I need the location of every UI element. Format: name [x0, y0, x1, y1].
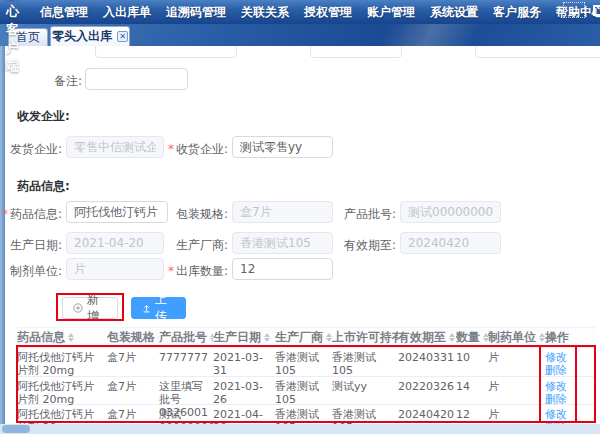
dose-unit-input — [66, 258, 164, 280]
app-window: 码上放心客户端 信息管理 入出库单 追溯码管理 关联关系 授权管理 账户管理 系… — [0, 0, 600, 434]
titlebar: 码上放心客户端 信息管理 入出库单 追溯码管理 关联关系 授权管理 账户管理 系… — [0, 0, 600, 24]
drug-table: 药品信息 包装规格 产品批号 生产日期 生产厂商 上市许可持有人 有效期至 数量… — [17, 327, 595, 434]
drug-info-label: *药品信息: — [0, 206, 62, 223]
cell-expiry: 20240331 — [398, 348, 456, 364]
sort-icon[interactable] — [68, 333, 74, 342]
menu-item-trace-code[interactable]: 追溯码管理 — [166, 4, 226, 21]
col-header-expiry[interactable]: 有效期至 — [398, 329, 456, 346]
delete-link[interactable]: 删除 — [545, 364, 567, 377]
cell-unit: 片 — [488, 348, 545, 364]
required-asterisk: * — [2, 207, 8, 221]
cell-unit: 片 — [488, 405, 545, 421]
enterprise-section-title: 收发企业: — [17, 108, 70, 125]
sort-icon[interactable] — [264, 333, 270, 342]
drug-info-input[interactable] — [66, 201, 168, 223]
horizontal-scrollbar[interactable] — [0, 424, 600, 434]
cell-qty: 14 — [456, 377, 488, 393]
horizontal-scrollbar-thumb[interactable] — [2, 425, 30, 433]
upload-button[interactable]: 上传 — [131, 297, 186, 319]
tab-bar: 首页 零头入出库 ✕ — [0, 24, 600, 46]
col-header-label: 药品信息 — [17, 329, 65, 346]
cell-spec: 盒7片 — [107, 348, 159, 364]
maximize-button[interactable] — [593, 5, 600, 16]
edit-link[interactable]: 修改 — [545, 351, 567, 364]
edit-link[interactable]: 修改 — [545, 408, 567, 421]
col-header-label: 生产日期 — [213, 329, 261, 346]
cell-drug: 阿托伐他汀钙片 片剂 20mg — [17, 377, 107, 406]
main-content: 备注: 收发企业: 发货企业: *收货企业: 药品信息: *药品信息: 包装规格… — [0, 46, 600, 434]
minimize-button[interactable] — [563, 2, 585, 18]
package-spec-label: 包装规格: — [166, 206, 228, 223]
col-header-label: 数量 — [456, 329, 480, 346]
col-header-date[interactable]: 生产日期 — [213, 329, 275, 346]
edit-link[interactable]: 修改 — [545, 380, 567, 393]
table-row: 阿托伐他汀钙片 片剂 20mg 盒7片 这里填写批号0326001 2021-0… — [17, 377, 595, 405]
manufacturer-input — [232, 232, 333, 254]
table-header-row: 药品信息 包装规格 产品批号 生产日期 生产厂商 上市许可持有人 有效期至 数量… — [17, 327, 595, 348]
main-menu: 信息管理 入出库单 追溯码管理 关联关系 授权管理 账户管理 系统设置 客户服务… — [40, 4, 600, 21]
cell-date: 2021-03-26 — [213, 377, 275, 406]
add-button[interactable]: 新增 — [62, 297, 118, 319]
receiver-label: *收货企业: — [162, 141, 228, 158]
cell-expiry: 20240420 — [398, 405, 456, 421]
drug-section-title: 药品信息: — [17, 178, 70, 195]
menu-item-inout-orders[interactable]: 入出库单 — [103, 4, 151, 21]
col-header-spec[interactable]: 包装规格 — [107, 329, 159, 346]
sort-icon[interactable] — [449, 333, 455, 342]
menu-item-customer-service[interactable]: 客户服务 — [493, 4, 541, 21]
production-date-label: 生产日期: — [0, 237, 62, 254]
col-header-unit[interactable]: 制药单位 — [488, 329, 545, 346]
cell-holder: 香港测试105 — [332, 348, 398, 377]
upload-button-label: 上传 — [155, 291, 175, 325]
cell-qty: 12 — [456, 405, 488, 421]
cell-expiry: 20220326 — [398, 377, 456, 393]
cell-spec: 盒7片 — [107, 405, 159, 421]
tab-close-icon[interactable]: ✕ — [117, 31, 128, 42]
cell-drug: 阿托伐他汀钙片 片剂 20mg — [17, 348, 107, 377]
add-button-label: 新增 — [87, 291, 107, 325]
outbound-qty-label: *出库数量: — [162, 263, 228, 280]
col-header-label: 包装规格 — [107, 329, 155, 346]
drug-info-label-text: 药品信息: — [10, 207, 62, 221]
menu-item-relations[interactable]: 关联关系 — [241, 4, 289, 21]
cell-spec: 盒7片 — [107, 377, 159, 393]
cell-unit: 片 — [488, 377, 545, 393]
menu-item-account[interactable]: 账户管理 — [367, 4, 415, 21]
outbound-qty-input[interactable] — [232, 258, 333, 280]
dose-unit-label: 制剂单位: — [0, 263, 62, 280]
cell-date: 2021-03-31 — [213, 348, 275, 377]
col-header-label: 制药单位 — [488, 329, 536, 346]
cell-maker: 香港测试105 — [275, 348, 332, 377]
cell-qty: 10 — [456, 348, 488, 364]
cell-holder: 测试yy — [332, 377, 398, 393]
menu-item-authorization[interactable]: 授权管理 — [304, 4, 352, 21]
col-header-operation: 操作 — [545, 329, 595, 346]
menu-item-info[interactable]: 信息管理 — [40, 4, 88, 21]
package-spec-input — [232, 201, 333, 223]
upload-icon — [142, 303, 151, 314]
col-header-maker[interactable]: 生产厂商 — [275, 329, 332, 346]
window-controls — [563, 2, 600, 18]
outbound-qty-label-text: 出库数量: — [176, 264, 228, 278]
col-header-batch[interactable]: 产品批号 — [159, 329, 213, 346]
col-header-drug[interactable]: 药品信息 — [17, 329, 107, 346]
menu-item-settings[interactable]: 系统设置 — [430, 4, 478, 21]
batch-no-label: 产品批号: — [334, 206, 396, 223]
expiry-date-label: 有效期至: — [334, 237, 396, 254]
receiver-label-text: 收货企业: — [176, 142, 228, 156]
receiver-input[interactable] — [232, 136, 333, 158]
col-header-holder[interactable]: 上市许可持有人 — [332, 329, 398, 346]
col-header-label: 操作 — [545, 329, 569, 346]
required-asterisk: * — [168, 142, 174, 156]
remark-input[interactable] — [85, 68, 188, 90]
tab-odd-lot-inout[interactable]: 零头入出库 ✕ — [50, 26, 130, 46]
manufacturer-label: 生产厂商: — [166, 237, 228, 254]
table-row: 阿托伐他汀钙片 片剂 20mg 盒7片 7777777 2021-03-31 香… — [17, 348, 595, 377]
remark-label: 备注: — [36, 73, 82, 90]
minimize-icon — [570, 12, 579, 14]
col-header-qty[interactable]: 数量 — [456, 329, 488, 346]
circle-plus-icon — [73, 302, 83, 314]
cell-maker: 香港测试105 — [275, 377, 332, 406]
required-asterisk: * — [168, 264, 174, 278]
expiry-date-input — [400, 232, 501, 254]
